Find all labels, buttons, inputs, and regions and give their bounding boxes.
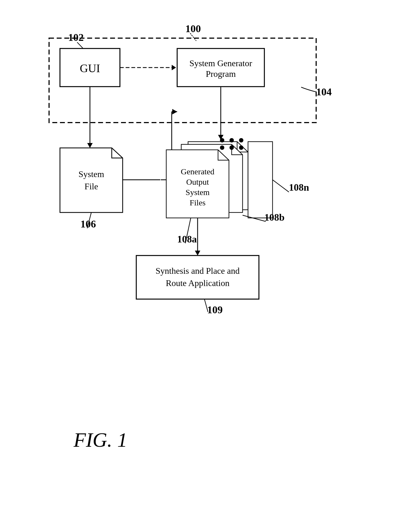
svg-text:108b: 108b xyxy=(264,212,285,223)
svg-rect-45 xyxy=(136,256,259,299)
svg-text:GUI: GUI xyxy=(80,62,100,75)
svg-marker-21 xyxy=(188,142,248,210)
svg-rect-34 xyxy=(248,142,273,218)
svg-line-6 xyxy=(77,42,83,48)
svg-marker-53 xyxy=(172,109,177,114)
svg-text:104: 104 xyxy=(316,86,332,98)
svg-line-19 xyxy=(87,212,91,228)
svg-point-26 xyxy=(239,138,243,142)
svg-marker-44 xyxy=(195,251,200,256)
svg-line-38 xyxy=(243,215,266,221)
svg-rect-7 xyxy=(177,48,264,87)
svg-text:108a: 108a xyxy=(177,234,197,245)
svg-line-49 xyxy=(204,299,208,312)
svg-point-24 xyxy=(220,138,224,142)
svg-line-40 xyxy=(185,218,191,243)
svg-marker-42 xyxy=(218,135,223,140)
svg-text:100: 100 xyxy=(185,23,201,34)
svg-rect-0 xyxy=(49,38,316,123)
svg-text:Program: Program xyxy=(206,69,236,79)
svg-text:Files: Files xyxy=(190,198,205,207)
diagram-svg: 100 GUI 102 System Generator Program 104… xyxy=(33,16,376,479)
svg-text:File: File xyxy=(84,181,98,191)
svg-text:Output: Output xyxy=(186,177,209,186)
svg-rect-3 xyxy=(60,48,120,87)
svg-text:System: System xyxy=(186,188,210,197)
svg-text:102: 102 xyxy=(68,32,84,43)
svg-text:FIG. 1: FIG. 1 xyxy=(73,429,127,451)
svg-point-27 xyxy=(220,145,224,150)
svg-text:Generated: Generated xyxy=(181,167,214,176)
svg-marker-14 xyxy=(87,143,93,148)
svg-marker-15 xyxy=(60,148,123,212)
diagram-container: 100 GUI 102 System Generator Program 104… xyxy=(33,16,376,479)
svg-text:System: System xyxy=(78,169,104,179)
svg-text:109: 109 xyxy=(207,304,223,315)
svg-marker-22 xyxy=(181,144,243,212)
svg-point-29 xyxy=(239,145,243,150)
svg-point-28 xyxy=(229,145,234,150)
svg-text:106: 106 xyxy=(80,218,96,230)
svg-line-36 xyxy=(273,180,289,192)
svg-line-2 xyxy=(190,33,196,41)
svg-text:Route Application: Route Application xyxy=(166,278,229,288)
svg-text:Synthesis and Place and: Synthesis and Place and xyxy=(156,266,240,276)
svg-point-25 xyxy=(229,138,234,142)
svg-text:108n: 108n xyxy=(289,182,309,193)
svg-marker-23 xyxy=(166,150,229,218)
svg-text:System Generator: System Generator xyxy=(189,58,252,68)
svg-marker-12 xyxy=(172,65,176,70)
